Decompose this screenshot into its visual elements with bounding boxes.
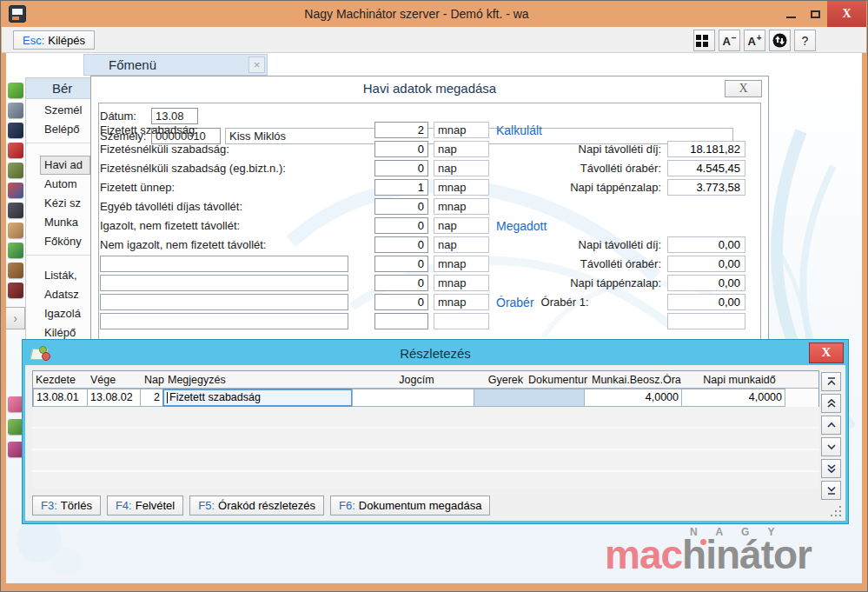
menu-icon-14[interactable]	[8, 442, 23, 457]
unit-field[interactable]: mnap	[434, 122, 489, 138]
row-down-button[interactable]	[821, 437, 841, 456]
menu-icon-1[interactable]	[8, 83, 23, 98]
given-value-input[interactable]: 0,00	[667, 275, 745, 291]
sidebar-item-munka[interactable]: Munka	[26, 213, 90, 232]
unit-field[interactable]: nap	[434, 141, 489, 157]
tab-fomenu[interactable]: Főmenü ×	[83, 54, 268, 76]
col-nap[interactable]: Nap	[142, 374, 165, 386]
hourcode-detail-button[interactable]: F5:Órakód részletezés	[189, 496, 324, 516]
close-button[interactable]: X	[827, 1, 866, 27]
resize-grip[interactable]	[831, 506, 842, 517]
menu-icon-2[interactable]	[8, 103, 23, 118]
delete-button[interactable]: F3:Törlés	[32, 496, 101, 516]
sidebar-item-havi-adatok[interactable]: Havi ad	[40, 156, 90, 175]
value-input[interactable]: 0	[374, 160, 428, 176]
value-input[interactable]: 2	[374, 122, 428, 138]
col-jogcim[interactable]: Jogcím	[355, 374, 478, 386]
unit-field[interactable]: nap	[434, 236, 489, 253]
unit-field[interactable]: nap	[434, 160, 489, 176]
document-button[interactable]: F6:Dokumentum megadása	[330, 496, 490, 516]
cell-megjegyzes[interactable]: Fizetett szabadság	[162, 389, 353, 407]
value-input[interactable]: 0	[374, 236, 428, 253]
value-input[interactable]: 1	[374, 179, 428, 196]
col-gyerek[interactable]: Gyerek	[478, 374, 526, 386]
col-kezdete[interactable]: Kezdete	[33, 374, 88, 386]
menu-icon-6[interactable]	[8, 183, 23, 198]
col-vege[interactable]: Vége	[88, 374, 142, 386]
dialog-close-button[interactable]: X	[725, 80, 762, 97]
menu-icon-8[interactable]	[8, 223, 23, 238]
cell-gyerek-dokumentum[interactable]	[474, 389, 585, 407]
scroll-bottom-button[interactable]	[821, 481, 841, 500]
menu-icon-9[interactable]	[8, 243, 23, 258]
strip-arrow-button[interactable]: ›	[5, 307, 25, 329]
value-input[interactable]: 0	[374, 256, 428, 272]
col-napi-munkaido[interactable]: Napi munkaidő	[687, 374, 792, 386]
minimize-button[interactable]	[779, 1, 803, 27]
extra-absence-input[interactable]	[100, 294, 348, 310]
value-input[interactable]: 0	[374, 198, 428, 215]
tab-close-icon[interactable]: ×	[248, 57, 265, 73]
col-munkai-beosz-ora[interactable]: Munkai.Beosz.Óra	[589, 374, 687, 386]
value-input[interactable]: 0	[374, 217, 428, 234]
unit-field[interactable]: nap	[434, 217, 489, 234]
cell-kezdete[interactable]: 13.08.01	[33, 389, 88, 407]
extra-absence-input[interactable]	[100, 256, 348, 272]
sidebar-item-igazolasok[interactable]: Igazolá	[26, 304, 90, 323]
sidebar-item-listak[interactable]: Listák,	[26, 266, 90, 285]
menu-icon-3[interactable]	[8, 123, 23, 138]
add-button[interactable]: F4:Felvétel	[107, 496, 183, 516]
menu-icon-5[interactable]	[8, 163, 23, 178]
calc-value-field[interactable]: 4.545,45	[667, 160, 745, 176]
given-value-input[interactable]: 0,00	[667, 256, 745, 272]
menu-icon-10[interactable]	[8, 263, 23, 278]
exit-button[interactable]: Esc: Kilépés	[13, 30, 95, 50]
help-button[interactable]: ?	[794, 30, 816, 51]
cell-nap[interactable]: 2	[140, 389, 163, 407]
extra-absence-input[interactable]	[100, 313, 348, 329]
value-input[interactable]: 0	[374, 275, 428, 291]
sidebar-item-kezi[interactable]: Kézi sz	[26, 194, 90, 213]
col-dokumentum[interactable]: Dokumentur	[526, 374, 589, 386]
given-value-input[interactable]: 0,00	[667, 236, 745, 253]
col-megjegyzes[interactable]: Megjegyzés	[165, 374, 355, 386]
menu-icon-11[interactable]	[8, 283, 23, 298]
cell-napi-munkaido[interactable]: 4,0000	[681, 389, 785, 407]
sidebar-item-belepo[interactable]: Belépő	[26, 120, 90, 139]
sidebar-item-adatszolg[interactable]: Adatsz	[26, 285, 90, 304]
menu-icon-4[interactable]	[8, 143, 23, 158]
unit-field[interactable]: mnap	[434, 256, 489, 272]
unit-field[interactable]: mnap	[434, 179, 489, 196]
menu-icon-12[interactable]	[8, 396, 23, 412]
tiles-button[interactable]	[693, 30, 715, 51]
scroll-top-button[interactable]	[821, 372, 841, 391]
reszletezes-close-button[interactable]: X	[809, 343, 844, 363]
hourly-value-input[interactable]: 0,00	[667, 294, 745, 310]
menu-icon-13[interactable]	[8, 419, 23, 435]
value-input[interactable]: 0	[374, 141, 428, 157]
cell-munkai-beosz-ora[interactable]: 4,0000	[584, 389, 682, 407]
value-input[interactable]: 0	[374, 294, 428, 310]
menu-icon-7[interactable]	[8, 203, 23, 218]
sidebar-item-kilepo[interactable]: Kilépő	[26, 323, 90, 340]
font-smaller-button[interactable]: A−	[719, 30, 740, 51]
sidebar-item-szemelyi[interactable]: Személ	[26, 101, 90, 120]
extra-absence-input[interactable]	[100, 275, 348, 291]
font-larger-button[interactable]: A+	[744, 30, 765, 51]
unit-field[interactable]	[434, 313, 489, 329]
unit-field[interactable]: mnap	[434, 198, 489, 215]
calc-value-field[interactable]: 3.773,58	[667, 179, 745, 196]
cell-vege[interactable]: 13.08.02	[87, 389, 141, 407]
page-up-button[interactable]	[821, 394, 841, 413]
unit-field[interactable]: mnap	[434, 275, 489, 291]
refresh-button[interactable]	[769, 30, 791, 51]
row-up-button[interactable]	[821, 416, 841, 435]
calc-value-field[interactable]: 18.181,82	[667, 141, 745, 157]
maximize-button[interactable]	[803, 1, 827, 27]
cell-jogcim[interactable]	[352, 389, 474, 407]
sidebar-item-automatikus[interactable]: Autom	[26, 175, 90, 194]
hourly-value-input[interactable]	[667, 313, 745, 329]
unit-field[interactable]: mnap	[434, 294, 489, 310]
sidebar-item-fokonyv[interactable]: Főköny	[26, 232, 90, 251]
page-down-button[interactable]	[821, 459, 841, 478]
